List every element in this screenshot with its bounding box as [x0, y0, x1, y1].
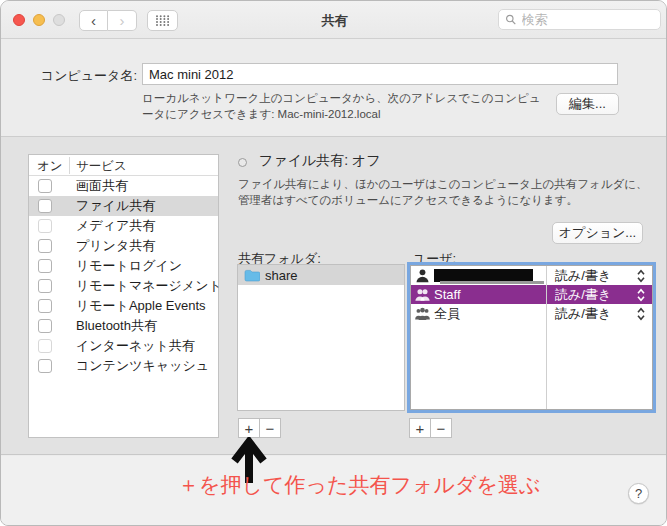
service-checkbox[interactable]	[38, 319, 52, 333]
column-divider	[69, 157, 70, 174]
file-sharing-description: ファイル共有により、ほかのユーザはこのコンピュータ上の共有フォルダに、管理者はす…	[238, 177, 652, 208]
service-row[interactable]: リモートログイン	[29, 256, 218, 276]
folder-icon	[244, 269, 260, 282]
permission-stepper-icon[interactable]	[636, 269, 646, 283]
service-checkbox[interactable]	[38, 359, 52, 373]
permission-value: 読み/書き	[555, 286, 611, 304]
column-service: サービス	[76, 158, 127, 175]
service-checkbox[interactable]	[38, 339, 52, 353]
group-icon	[415, 306, 431, 322]
search-input[interactable]	[522, 12, 654, 27]
service-row[interactable]: コンテンツキャッシュ	[29, 356, 218, 376]
service-label: リモートログイン	[76, 257, 182, 275]
service-label: プリンタ共有	[76, 237, 155, 255]
service-label: ファイル共有	[76, 197, 155, 215]
title-bar: ‹ › 共有	[1, 1, 667, 39]
service-row[interactable]: リモートマネージメント	[29, 276, 218, 296]
service-row[interactable]: 画面共有	[29, 176, 218, 196]
computer-name-label: コンピュータ名:	[29, 67, 137, 85]
service-label: コンテンツキャッシュ	[76, 357, 209, 375]
service-row[interactable]: インターネット共有	[29, 336, 218, 356]
service-row[interactable]: メディア共有	[29, 216, 218, 236]
services-list-body: 画面共有 ファイル共有 メディア共有 プリンタ共有 リモートログイン リモートマ…	[29, 176, 218, 376]
service-row[interactable]: Bluetooth共有	[29, 316, 218, 336]
service-checkbox[interactable]	[38, 279, 52, 293]
service-checkbox[interactable]	[38, 199, 52, 213]
status-indicator-icon	[238, 158, 247, 167]
service-label: リモートApple Events	[76, 297, 206, 315]
search-field[interactable]	[498, 9, 661, 30]
service-row[interactable]: ファイル共有	[29, 196, 218, 216]
service-label: メディア共有	[76, 217, 155, 235]
redaction-shadow	[440, 281, 544, 284]
users-table-body: 読み/書き Staff 読み/書き 全員 読み/書き	[411, 266, 652, 323]
permission-cell[interactable]: 読み/書き	[546, 285, 654, 304]
user-row[interactable]: 読み/書き	[411, 266, 652, 285]
service-checkbox[interactable]	[38, 239, 52, 253]
computer-name-input[interactable]	[142, 63, 618, 85]
permission-value: 読み/書き	[555, 305, 611, 323]
edit-button[interactable]: 編集...	[556, 93, 619, 115]
service-checkbox[interactable]	[38, 179, 52, 193]
file-sharing-status: ファイル共有: オフ	[259, 152, 381, 170]
permission-cell[interactable]: 読み/書き	[546, 304, 654, 323]
service-checkbox[interactable]	[38, 219, 52, 233]
search-icon	[505, 13, 517, 26]
remove-user-button[interactable]: −	[430, 418, 452, 438]
computer-name-description: ローカルネットワーク上のコンピュータから、次のアドレスでこのコンピュータにアクセ…	[142, 91, 546, 122]
service-checkbox[interactable]	[38, 259, 52, 273]
permission-stepper-icon[interactable]	[636, 288, 646, 302]
permission-value: 読み/書き	[555, 267, 611, 285]
annotation-text: ＋を押して作った共有フォルダを選ぶ	[178, 471, 540, 499]
shared-folder-row[interactable]: share	[238, 265, 404, 285]
service-checkbox[interactable]	[38, 299, 52, 313]
user-row[interactable]: 全員 読み/書き	[411, 304, 652, 323]
service-label: リモートマネージメント	[76, 277, 222, 295]
folder-name: share	[265, 268, 298, 283]
shared-folders-list: share	[237, 264, 405, 411]
user-list-controls: + −	[409, 418, 452, 438]
sharing-preferences-window: ‹ › 共有 コンピュータ名: ローカルネットワーク上のコンピュータから	[0, 0, 667, 526]
permission-cell[interactable]: 読み/書き	[546, 266, 654, 285]
permission-stepper-icon[interactable]	[636, 307, 646, 321]
service-row[interactable]: プリンタ共有	[29, 236, 218, 256]
service-row[interactable]: リモートApple Events	[29, 296, 218, 316]
services-header: オン サービス	[29, 155, 218, 176]
user-icon	[415, 268, 431, 284]
service-label: インターネット共有	[76, 337, 195, 355]
remove-folder-button[interactable]: −	[259, 418, 281, 438]
services-list: オン サービス 画面共有 ファイル共有 メディア共有 プリンタ共有 リモートログ…	[28, 154, 219, 438]
help-button[interactable]: ?	[628, 483, 649, 504]
add-folder-button[interactable]: +	[238, 418, 260, 438]
options-button[interactable]: オプション...	[552, 222, 643, 244]
users-icon	[415, 287, 431, 303]
users-table: 読み/書き Staff 読み/書き 全員 読み/書き	[410, 265, 653, 410]
service-label: Bluetooth共有	[76, 317, 157, 335]
column-on: オン	[37, 158, 63, 175]
add-user-button[interactable]: +	[409, 418, 431, 438]
user-row[interactable]: Staff 読み/書き	[411, 285, 652, 304]
service-label: 画面共有	[76, 177, 128, 195]
users-column-divider	[546, 266, 547, 409]
folder-list-controls: + −	[238, 418, 281, 438]
